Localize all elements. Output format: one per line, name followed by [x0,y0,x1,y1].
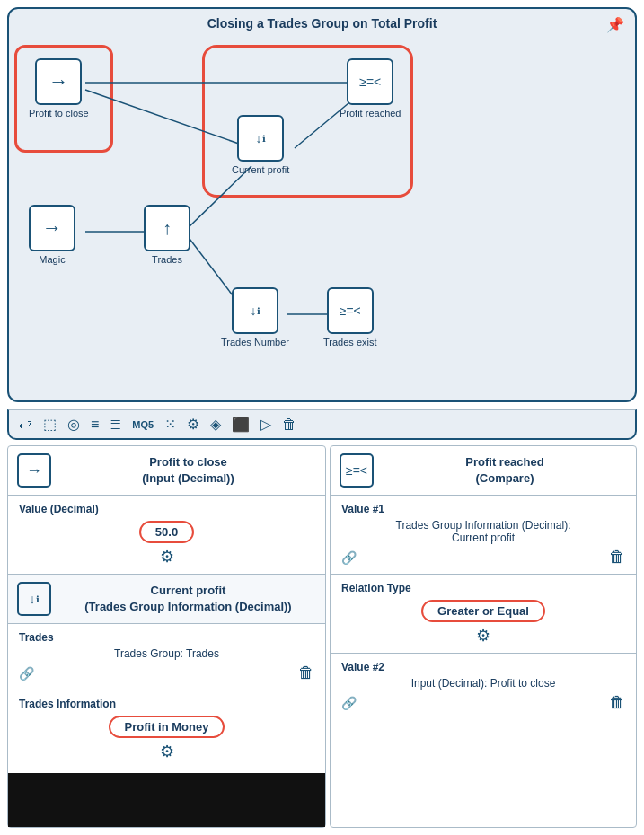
toolbar-icon-trash[interactable]: 🗑 [282,417,296,433]
node-trades-exist[interactable]: ≥=< Trades exist [323,287,377,347]
profit-in-money-box[interactable]: Profit in Money [109,716,225,738]
trades-section: Trades Trades Group: Trades 🔗 🗑 [8,624,325,690]
trash-icon-1[interactable]: 🗑 [298,664,314,682]
toolbar-icon-5[interactable]: ≣ [110,416,121,433]
relation-value-box[interactable]: Greater or Equal [421,600,545,622]
toolbar-icon-diamond[interactable]: ◈ [210,416,221,433]
toolbar-icon-gear[interactable]: ⚙ [187,416,199,433]
current-profit-label: Current profit [232,164,289,175]
value1-section-row: 🔗 🗑 [341,548,625,567]
left-panel: → Profit to close (Input (Decimal)) Valu… [7,445,326,828]
value2-text: Input (Decimal): Profit to close [341,677,625,690]
profit-reached-icon: ≥=< [347,58,393,105]
trades-info-section: Trades Information Profit in Money ⚙ [8,690,325,769]
diagram-title: Closing a Trades Group on Total Profit [16,16,628,31]
toolbar-icon-1[interactable]: ⮐ [18,417,32,433]
left-panel-header-text: Profit to close (Input (Decimal)) [60,454,316,487]
node-trades-number[interactable]: ↓ℹ Trades Number [221,287,289,347]
right-panel-header-icon: ≥=< [340,453,374,488]
right-panel-title: Profit reached [465,455,543,469]
trades-section-label: Trades [19,631,314,644]
right-panel-subtitle: (Compare) [475,471,534,485]
gear-icon-2[interactable]: ⚙ [19,742,314,761]
toolbar-icon-play[interactable]: ▷ [260,416,271,433]
link-icon-1[interactable]: 🔗 [19,666,34,681]
toolbar-icon-grid[interactable]: ⁙ [164,416,176,433]
value2-section: Value #2 Input (Decimal): Profit to clos… [331,654,636,719]
trades-icon: ↑ [144,205,190,251]
left-panel-header: → Profit to close (Input (Decimal)) [8,446,325,496]
trades-label: Trades [152,254,182,265]
left-panel-subtitle: (Input (Decimal)) [142,471,234,485]
node-trades[interactable]: ↑ Trades [144,205,190,265]
trades-exist-label: Trades exist [323,337,377,347]
pin-icon: 📌 [606,16,624,33]
right-panel: ≥=< Profit reached (Compare) Value #1 Tr… [330,445,637,828]
trades-exist-icon: ≥=< [327,287,374,334]
node-current-profit[interactable]: ↓ℹ Current profit [232,115,289,175]
value1-section: Value #1 Trades Group Information (Decim… [331,496,636,575]
bottom-panels: → Profit to close (Input (Decimal)) Valu… [7,445,637,828]
left-panel-title: Profit to close [149,455,227,469]
value1-label: Value #1 [341,503,625,515]
node-profit-reached[interactable]: ≥=< Profit reached [340,58,401,119]
current-profit-header-icon: ↓ℹ [17,582,51,616]
node-magic[interactable]: → Magic [29,205,75,265]
node-profit-to-close[interactable]: → Profit to close [29,58,89,119]
trades-section-value: Trades Group: Trades [19,647,314,660]
toolbar-icon-3[interactable]: ◎ [67,416,80,433]
profit-to-close-label: Profit to close [29,108,89,119]
value2-label: Value #2 [341,661,625,673]
diagram-container: 📌 Closing a Trades Group on Total Profit… [7,7,637,402]
decimal-value-box[interactable]: 50.0 [139,521,194,543]
trades-number-label: Trades Number [221,337,289,347]
current-profit-header: ↓ℹ Current profit (Trades Group Informat… [8,575,325,624]
right-panel-header: ≥=< Profit reached (Compare) [331,446,636,496]
magic-icon: → [29,205,75,251]
relation-section: Relation Type Greater or Equal ⚙ [331,575,636,654]
current-profit-subtitle: (Trades Group Information (Decimal)) [84,600,291,613]
current-profit-icon: ↓ℹ [237,115,284,162]
current-profit-header-text: Current profit (Trades Group Information… [60,583,316,615]
link-icon-2[interactable]: 🔗 [341,550,357,565]
toolbar-icon-2[interactable]: ⬚ [43,416,57,433]
trades-info-label: Trades Information [19,698,314,710]
value2-section-row: 🔗 🗑 [341,693,625,712]
value1-text2: Current profit [341,532,625,544]
trash-icon-2[interactable]: 🗑 [609,548,625,567]
current-profit-title: Current profit [151,584,226,597]
magic-label: Magic [39,254,65,265]
value1-text1: Trades Group Information (Decimal): [341,519,625,532]
link-icon-3[interactable]: 🔗 [341,696,357,710]
gear-icon-1[interactable]: ⚙ [19,547,314,567]
toolbar: ⮐ ⬚ ◎ ≡ ≣ MQ5 ⁙ ⚙ ◈ ⬛ ▷ 🗑 [7,409,637,440]
trades-section-row: 🔗 🗑 [19,664,314,682]
toolbar-icon-mq5[interactable]: MQ5 [132,419,154,430]
right-panel-header-text: Profit reached (Compare) [383,454,627,487]
profit-reached-label: Profit reached [340,108,401,119]
toolbar-icon-blocks[interactable]: ⬛ [232,416,250,433]
toolbar-icon-4[interactable]: ≡ [91,417,99,433]
left-panel-header-icon: → [17,453,51,488]
trades-number-icon: ↓ℹ [232,287,278,334]
gear-icon-3[interactable]: ⚙ [341,626,625,646]
profit-to-close-icon: → [35,58,82,105]
trash-icon-3[interactable]: 🗑 [609,693,625,712]
value-decimal-section: Value (Decimal) 50.0 ⚙ [8,496,325,575]
value-decimal-label: Value (Decimal) [19,503,314,515]
relation-label: Relation Type [341,582,625,594]
black-bar [8,773,325,827]
